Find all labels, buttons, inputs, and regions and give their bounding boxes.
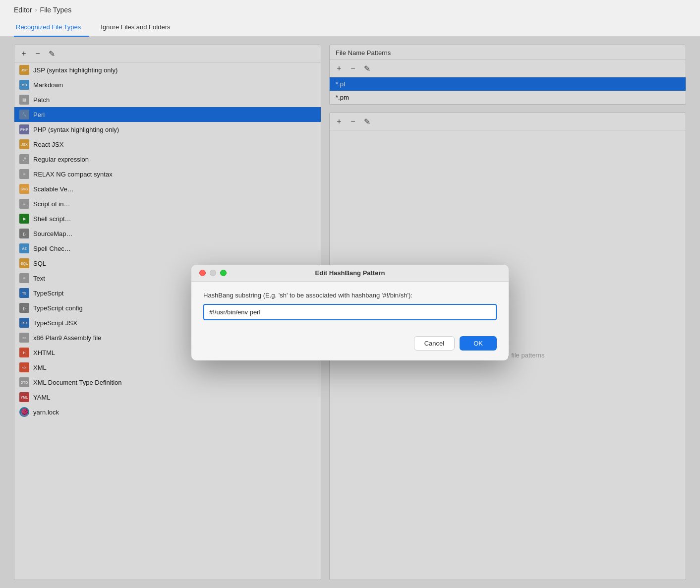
tab-ignore[interactable]: Ignore Files and Folders bbox=[99, 18, 178, 37]
breadcrumb-filetypes[interactable]: File Types bbox=[40, 6, 72, 14]
traffic-light-maximize[interactable] bbox=[220, 270, 227, 276]
hashbang-input[interactable] bbox=[203, 304, 497, 320]
dialog-titlebar: Edit HashBang Pattern bbox=[191, 265, 509, 282]
edit-hashbang-dialog: Edit HashBang Pattern HashBang substring… bbox=[191, 265, 509, 360]
dialog-title: Edit HashBang Pattern bbox=[315, 269, 385, 277]
main-content: + − ✎ JSPJSP (syntax highlighting only)M… bbox=[0, 37, 700, 588]
breadcrumb-separator: › bbox=[35, 6, 37, 13]
tab-recognized[interactable]: Recognized File Types bbox=[14, 18, 89, 37]
dialog-buttons: Cancel OK bbox=[191, 330, 509, 360]
dialog-body: HashBang substring (E.g. 'sh' to be asso… bbox=[191, 282, 509, 330]
breadcrumb: Editor › File Types bbox=[0, 0, 700, 18]
dialog-label: HashBang substring (E.g. 'sh' to be asso… bbox=[203, 292, 497, 299]
ok-button[interactable]: OK bbox=[460, 336, 497, 351]
traffic-light-minimize[interactable] bbox=[210, 270, 216, 276]
traffic-light-close[interactable] bbox=[199, 270, 206, 276]
dialog-overlay: Edit HashBang Pattern HashBang substring… bbox=[0, 37, 700, 588]
tabs-bar: Recognized File Types Ignore Files and F… bbox=[0, 18, 700, 37]
cancel-button[interactable]: Cancel bbox=[414, 336, 455, 351]
breadcrumb-editor[interactable]: Editor bbox=[14, 6, 32, 14]
